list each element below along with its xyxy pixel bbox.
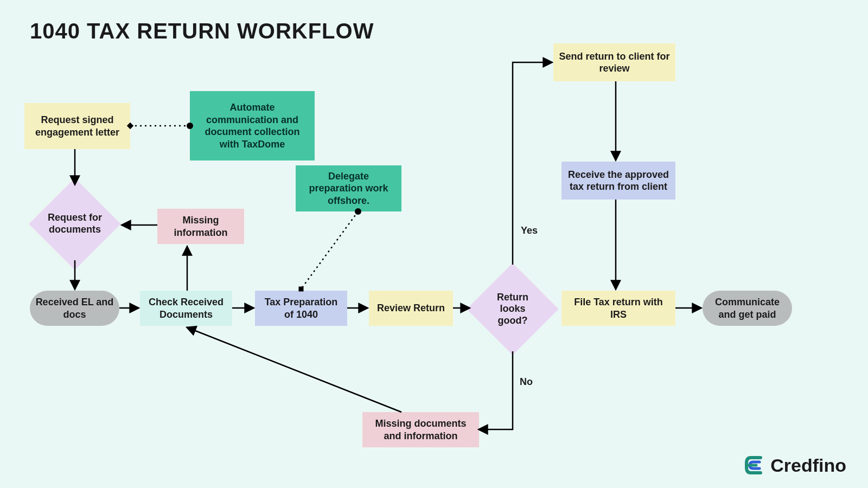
node-request-signed-el: Request signed engagement letter (24, 103, 130, 149)
node-missing-docs-info: Missing documents and information (362, 412, 479, 447)
decision-request-documents: Request for documents (29, 178, 121, 270)
node-receive-approved-return: Receive the approved tax return from cli… (561, 162, 675, 200)
brand-logo: Credfino (743, 454, 846, 476)
node-check-received-docs: Check Received Documents (140, 291, 232, 326)
node-missing-information: Missing information (157, 209, 244, 244)
node-communicate-get-paid: Communicate and get paid (703, 291, 792, 326)
decision-return-looks-good: Return looks good? (467, 263, 559, 355)
node-delegate-offshore: Delegate preparation work offshore. (296, 165, 401, 211)
edge-label-yes: Yes (521, 225, 538, 236)
node-received-el-docs: Received EL and docs (30, 291, 119, 326)
node-automate-taxdome: Automate communication and document coll… (190, 91, 315, 160)
node-send-return-to-client: Send return to client for review (553, 43, 675, 81)
credfino-logo-icon (743, 454, 765, 476)
brand-name: Credfino (770, 455, 846, 476)
svg-line-12 (301, 211, 358, 289)
edge-label-no: No (520, 376, 533, 388)
node-file-tax-return-irs: File Tax return with IRS (561, 291, 675, 326)
node-review-return: Review Return (369, 291, 453, 326)
node-tax-preparation-1040: Tax Preparation of 1040 (255, 291, 347, 326)
page-title: 1040 TAX RETURN WORKFLOW (30, 19, 374, 43)
svg-line-16 (187, 328, 401, 412)
